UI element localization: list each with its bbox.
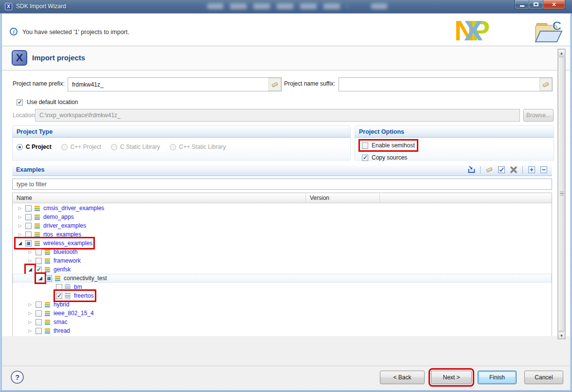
tree-item-label[interactable]: thread [54, 327, 70, 334]
radio-icon[interactable] [17, 144, 23, 150]
tree-row[interactable]: ◢genfsk [13, 265, 552, 274]
titlebar[interactable]: X SDK Import Wizard × [0, 0, 572, 14]
tree-row[interactable]: freertos [13, 291, 552, 300]
collapse-arrow-icon[interactable]: ◢ [37, 275, 44, 282]
radio-icon[interactable] [170, 144, 176, 150]
tree-row[interactable]: ▷cmsis_driver_examples [13, 204, 552, 213]
use-default-location-checkbox[interactable] [17, 99, 23, 106]
expand-arrow-icon[interactable]: ▷ [27, 310, 34, 317]
column-header-name[interactable]: Name [13, 193, 306, 203]
tree-item-checkbox[interactable] [25, 232, 32, 238]
tree-item-checkbox[interactable] [56, 293, 62, 299]
browse-button[interactable]: Browse... [523, 109, 554, 122]
maximize-button[interactable] [529, 0, 543, 9]
minimize-button[interactable] [515, 0, 529, 9]
close-button[interactable]: × [543, 0, 565, 9]
scrollbar-thumb[interactable] [558, 57, 565, 331]
expand-arrow-icon[interactable]: ▷ [17, 205, 23, 212]
tree-item-label[interactable]: freertos [74, 292, 94, 299]
expand-arrow-icon[interactable]: ▷ [17, 214, 23, 220]
filter-input[interactable] [12, 178, 552, 190]
use-default-location-option[interactable]: Use default location [17, 99, 78, 106]
tree-item-checkbox[interactable] [36, 319, 42, 325]
tree-item-label[interactable]: rtos_examples [43, 231, 81, 238]
back-button[interactable]: < Back [380, 371, 425, 384]
tree-item-label[interactable]: cmsis_driver_examples [43, 205, 104, 212]
next-button[interactable]: Next > [431, 371, 472, 384]
tree-row[interactable]: ▷demo_apps [13, 213, 552, 221]
expand-arrow-icon[interactable]: ▷ [17, 231, 23, 238]
tree-row[interactable]: ▷rtos_examples [13, 230, 552, 239]
tree-row[interactable]: bm [13, 283, 552, 291]
radio-option[interactable]: C++ Static Library [170, 143, 226, 150]
tree-row-content: ▷framework [27, 257, 81, 265]
vertical-scrollbar[interactable]: ▲ ▼ [557, 49, 566, 339]
radio-icon[interactable] [61, 144, 68, 150]
clear-suffix-button[interactable] [539, 78, 552, 91]
tree-row[interactable]: ◢connectivity_test [13, 274, 552, 283]
tree-row[interactable]: ▷smac [13, 318, 552, 326]
expand-arrow-icon[interactable]: ▷ [27, 257, 34, 264]
eraser-icon[interactable] [485, 166, 494, 174]
import-example-icon[interactable] [467, 166, 476, 174]
tree-item-checkbox[interactable] [25, 214, 32, 220]
tree-row[interactable]: ▷ieee_802_15_4 [13, 309, 552, 318]
radio-option[interactable]: C++ Project [61, 143, 101, 150]
scroll-up-icon[interactable]: ▲ [558, 49, 565, 56]
project-option[interactable]: Enable semihost [361, 142, 416, 149]
expand-arrow-icon[interactable]: ▷ [27, 301, 34, 308]
finish-button[interactable]: Finish [478, 371, 517, 384]
radio-option[interactable]: C Static Library [111, 143, 160, 150]
tree-item-label[interactable]: demo_apps [43, 214, 74, 220]
collapse-arrow-icon[interactable]: ◢ [27, 266, 34, 273]
tree-item-checkbox[interactable] [36, 310, 42, 317]
tree-row[interactable]: ◢wireless_examples [13, 239, 552, 248]
help-button[interactable]: ? [11, 371, 24, 384]
tree-item-checkbox[interactable] [36, 328, 42, 334]
project-option[interactable]: Copy sources [361, 154, 408, 161]
tree-row[interactable]: ▷hybrid [13, 300, 552, 309]
tree-row[interactable]: ▷thread [13, 326, 552, 335]
tree-item-checkbox[interactable] [36, 258, 42, 264]
tree-item-label[interactable]: smac [54, 319, 68, 325]
expand-arrow-icon[interactable]: ▷ [27, 319, 34, 325]
tree-item-label[interactable]: hybrid [54, 301, 70, 308]
tree-item-checkbox[interactable] [36, 267, 42, 273]
collapse-arrow-icon[interactable]: ◢ [17, 240, 23, 247]
scroll-down-icon[interactable]: ▼ [558, 332, 565, 339]
option-checkbox[interactable] [362, 143, 368, 149]
collapse-all-icon[interactable] [539, 166, 548, 174]
tree-row[interactable]: ▷bluetooth [13, 248, 552, 256]
clear-prefix-button[interactable] [268, 78, 281, 91]
tree-item-checkbox[interactable] [46, 275, 52, 282]
tree-item-label[interactable]: framework [54, 257, 81, 264]
radio-icon[interactable] [111, 144, 117, 150]
tree-item-label[interactable]: genfsk [54, 266, 71, 273]
option-checkbox[interactable] [362, 155, 368, 161]
project-name-suffix-input[interactable] [339, 77, 553, 91]
tree-item-checkbox[interactable] [36, 249, 42, 255]
deselect-all-icon[interactable] [509, 166, 518, 174]
tree-item-checkbox[interactable] [25, 205, 32, 212]
tree-item-label[interactable]: driver_examples [43, 222, 86, 229]
expand-all-icon[interactable] [527, 166, 536, 174]
select-all-checkbox-icon[interactable] [497, 166, 506, 174]
tree-item-label[interactable]: connectivity_test [64, 275, 107, 282]
tree-item-checkbox[interactable] [36, 302, 42, 308]
project-name-prefix-input[interactable] [68, 77, 282, 91]
tree-item-label[interactable]: bm [74, 284, 82, 290]
expand-arrow-icon[interactable]: ▷ [17, 222, 23, 229]
tree-item-checkbox[interactable] [25, 240, 32, 247]
expand-arrow-icon[interactable]: ▷ [27, 249, 34, 255]
tree-row[interactable]: ▷framework [13, 256, 552, 265]
tree-row[interactable]: ▷driver_examples [13, 221, 552, 230]
tree-item-label[interactable]: wireless_examples [43, 240, 92, 247]
tree-item-checkbox[interactable] [25, 223, 32, 229]
expand-arrow-icon[interactable]: ▷ [27, 327, 34, 334]
tree-item-checkbox[interactable] [56, 284, 62, 290]
tree-item-label[interactable]: bluetooth [54, 249, 77, 255]
radio-option[interactable]: C Project [17, 143, 52, 150]
column-header-version[interactable]: Version [306, 193, 380, 203]
tree-item-label[interactable]: ieee_802_15_4 [54, 310, 94, 317]
cancel-button[interactable]: Cancel [524, 371, 563, 384]
